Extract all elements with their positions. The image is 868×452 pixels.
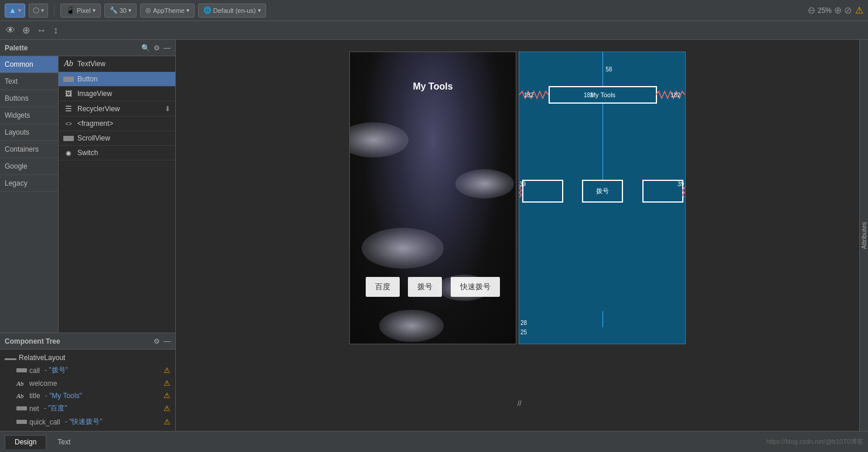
tree-title[interactable]: Ab title - "My Tools" ⚠ xyxy=(0,389,175,402)
switch-icon: ◉ xyxy=(63,149,74,157)
left-panel: Palette 🔍 ⚙ — Common Text Buttons Widget… xyxy=(0,40,176,431)
category-buttons[interactable]: Buttons xyxy=(0,90,58,107)
locale-button[interactable]: 🌐 Default (en-us) ▾ xyxy=(198,4,266,18)
tree-close-icon[interactable]: — xyxy=(164,337,171,345)
widget-recyclerview[interactable]: ☰ RecyclerView ⬇ xyxy=(59,101,175,117)
bp-dim-top: 58 xyxy=(605,66,612,73)
net-icon xyxy=(16,406,27,410)
bp-title-label: My Tools xyxy=(590,91,615,98)
phone-title: My Tools xyxy=(350,81,516,92)
attributes-tab[interactable]: Attributes xyxy=(859,217,868,254)
widget-scrollview[interactable]: ScrollView xyxy=(59,131,175,146)
eye-icon[interactable]: 👁 xyxy=(5,24,16,37)
theme-button[interactable]: ◎ AppTheme ▾ xyxy=(140,4,195,18)
button-icon xyxy=(63,77,74,82)
title-icon: Ab xyxy=(16,392,27,399)
tree-title-text: - "My Tools" xyxy=(45,392,82,400)
palette-header-icons: 🔍 ⚙ — xyxy=(141,44,171,52)
main-layout: Palette 🔍 ⚙ — Common Text Buttons Widget… xyxy=(0,40,868,431)
category-google[interactable]: Google xyxy=(0,158,58,175)
btn-call[interactable]: 拨号 xyxy=(408,277,442,297)
welcome-icon: Ab xyxy=(16,380,27,387)
zoom-reset-icon[interactable]: ⊘ xyxy=(844,5,852,16)
widget-switch-label: Switch xyxy=(77,149,98,157)
zoom-plus-icon[interactable]: ⊕ xyxy=(834,5,842,16)
tree-header-icons: ⚙ — xyxy=(154,337,171,345)
category-containers[interactable]: Containers xyxy=(0,141,58,158)
category-legacy[interactable]: Legacy xyxy=(0,175,58,192)
bp-dim-right182: 182 xyxy=(670,92,680,98)
bottom-right-url: https://blog.csdn.net/@b10T0博客 xyxy=(766,437,863,446)
welcome-warning-icon: ⚠ xyxy=(164,379,171,388)
zoom-minus-icon[interactable]: ⊖ xyxy=(808,5,815,16)
palette-close-icon[interactable]: — xyxy=(164,44,171,52)
imageview-icon: 🖼 xyxy=(63,90,74,98)
bp-dim-center182: 182 xyxy=(584,92,594,98)
tree-call[interactable]: call - "拨号" ⚠ xyxy=(0,364,175,377)
device-button[interactable]: 📱 Pixel ▾ xyxy=(60,4,101,18)
bp-dim-bottom2: 25 xyxy=(520,329,527,335)
btn-quick-call[interactable]: 快速拨号 xyxy=(451,277,500,297)
widget-recyclerview-label: RecyclerView xyxy=(77,105,120,113)
bp-right-zigzag-btn xyxy=(682,186,685,197)
bottom-tabs: Design Text https://blog.csdn.net/@b10T0… xyxy=(0,431,868,452)
widget-button[interactable]: Button xyxy=(59,72,175,87)
device-chevron: ▾ xyxy=(93,7,96,13)
palette-settings-icon[interactable]: ⚙ xyxy=(154,44,160,52)
component-tree: Component Tree ⚙ — ▬▬ RelativeLayout cal… xyxy=(0,333,175,431)
warning-icon: ⚠ xyxy=(855,5,863,16)
tree-net[interactable]: net - "百度" ⚠ xyxy=(0,402,175,415)
bp-arrow-bottom xyxy=(603,311,603,327)
blueprint-panel: 58 My Tools 182 182 182 xyxy=(519,52,686,344)
bp-call-label: 拨号 xyxy=(596,187,609,196)
tab-design[interactable]: Design xyxy=(5,435,46,449)
component-tree-header: Component Tree ⚙ — xyxy=(0,333,175,350)
shape-button[interactable]: ⬡ ▾ xyxy=(29,4,48,18)
tree-layout-label: RelativeLayout xyxy=(19,354,171,362)
bp-box-call: 拨号 xyxy=(582,180,623,203)
tab-text[interactable]: Text xyxy=(47,435,80,449)
palette-title: Palette xyxy=(5,44,28,52)
category-text[interactable]: Text xyxy=(0,73,58,90)
tree-quick-call-text: - "快速拨号" xyxy=(65,417,103,427)
widget-list: Ab TextView Button 🖼 ImageView ☰ Recycle… xyxy=(59,56,175,333)
quick-call-warning-icon: ⚠ xyxy=(164,417,171,426)
bp-left-zigzag-btn xyxy=(519,186,522,197)
arrows-v-icon[interactable]: ↕ xyxy=(52,24,59,37)
tree-welcome[interactable]: Ab welcome ⚠ xyxy=(0,377,175,389)
tree-quick-call[interactable]: quick_call - "快速拨号" ⚠ xyxy=(0,415,175,429)
cloud-3 xyxy=(362,228,444,269)
nav-button[interactable]: ▲ ▾ xyxy=(5,4,25,18)
toolbar-separator-1 xyxy=(54,5,55,16)
tree-quick-call-id: quick_call xyxy=(29,418,60,426)
bp-dim-left182: 182 xyxy=(524,92,534,98)
widget-imageview[interactable]: 🖼 ImageView xyxy=(59,87,175,101)
tree-relative-layout[interactable]: ▬▬ RelativeLayout xyxy=(0,352,175,364)
widget-button-label: Button xyxy=(77,75,98,83)
category-widgets[interactable]: Widgets xyxy=(0,107,58,124)
resize-handle[interactable]: // xyxy=(518,399,522,408)
arrows-h-icon[interactable]: ↔ xyxy=(36,24,47,37)
top-toolbar: ▲ ▾ ⬡ ▾ 📱 Pixel ▾ 🔧 30 ▾ ◎ AppTheme ▾ 🌐 … xyxy=(0,0,868,21)
category-layouts[interactable]: Layouts xyxy=(0,124,58,141)
widget-fragment[interactable]: <> <fragment> xyxy=(59,117,175,131)
category-common[interactable]: Common xyxy=(0,56,58,73)
palette-body: Common Text Buttons Widgets Layouts Cont… xyxy=(0,56,175,333)
widget-switch[interactable]: ◉ Switch xyxy=(59,146,175,160)
locale-label: Default (en-us) xyxy=(213,7,256,14)
theme-icon: ◎ xyxy=(145,6,151,14)
locale-icon: 🌐 xyxy=(203,6,212,14)
btn-net[interactable]: 百度 xyxy=(366,277,400,297)
layout-icon: ▬▬ xyxy=(5,355,16,361)
bp-arrow-top xyxy=(603,52,603,86)
palette-search-icon[interactable]: 🔍 xyxy=(141,44,150,52)
tree-net-text: - "百度" xyxy=(44,403,67,413)
component-tree-body: ▬▬ RelativeLayout call - "拨号" ⚠ Ab welco… xyxy=(0,350,175,431)
magnet-icon[interactable]: ⊕ xyxy=(21,23,31,37)
canvas-area: My Tools 百度 拨号 快速拨号 58 My Tools xyxy=(176,40,859,431)
api-button[interactable]: 🔧 30 ▾ xyxy=(104,4,137,18)
net-warning-icon: ⚠ xyxy=(164,404,171,413)
tree-settings-icon[interactable]: ⚙ xyxy=(154,337,160,345)
bp-arrow-mid xyxy=(603,104,603,180)
widget-textview[interactable]: Ab TextView xyxy=(59,56,175,72)
